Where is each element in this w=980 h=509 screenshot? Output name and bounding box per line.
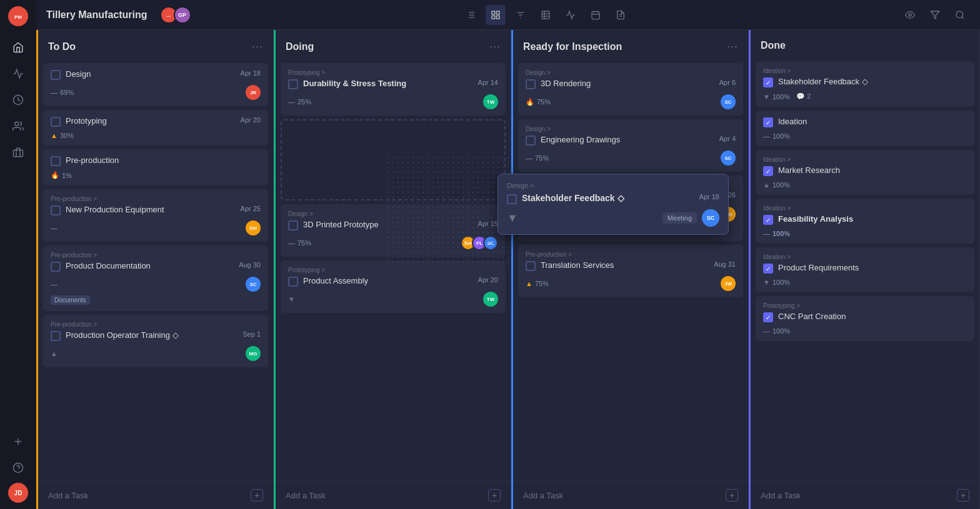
card-3dpp-checkbox[interactable]: [288, 220, 298, 230]
nav-plus-icon[interactable]: [7, 430, 29, 453]
dragged-card-checkbox[interactable]: [507, 194, 517, 204]
progress-up-icon: ▲: [51, 132, 58, 139]
card-prototyping-checkbox[interactable]: [51, 117, 61, 127]
wave-view-icon[interactable]: [561, 5, 581, 25]
column-doing-menu[interactable]: ···: [489, 40, 501, 53]
card-pa-title: Product Assembly: [303, 276, 473, 287]
nav-users-icon[interactable]: [7, 115, 29, 137]
card-cnc-checkbox[interactable]: ✓: [763, 312, 773, 322]
card-pd-tag: Documents: [51, 295, 90, 305]
column-done: Done Ideation > ✓ Stakeholder Feedback ◇…: [749, 30, 980, 509]
card-3dr-progress: 🔥 75%: [526, 98, 551, 106]
card-dst-checkbox[interactable]: [288, 79, 298, 89]
progress-dash-icon: —: [51, 224, 58, 232]
nav-briefcase-icon[interactable]: [7, 141, 29, 164]
card-design-title: Design: [66, 69, 236, 80]
doing-add-task[interactable]: Add a Task +: [276, 481, 511, 509]
done-add-task[interactable]: Add a Task +: [751, 481, 979, 509]
doing-add-task-plus-icon[interactable]: +: [488, 489, 501, 502]
card-cnc-part-creation[interactable]: Prototyping > ✓ CNC Part Creation — 100%: [756, 296, 974, 341]
todo-add-task-plus-icon[interactable]: +: [251, 489, 263, 502]
doc-view-icon[interactable]: [611, 5, 631, 25]
column-ready-menu[interactable]: ···: [727, 40, 738, 53]
dragged-card[interactable]: Design > Stakeholder Feedback ◇ Apr 18 ▼…: [498, 174, 729, 235]
done-add-task-plus-icon[interactable]: +: [957, 489, 969, 502]
calendar-view-icon[interactable]: [586, 5, 606, 25]
card-feasibility-analysis[interactable]: Ideation > ✓ Feasibility Analysis — 100%: [756, 199, 974, 244]
done-cards-area: Ideation > ✓ Stakeholder Feedback ◇ ▼ 10…: [751, 59, 979, 481]
search-icon[interactable]: [950, 5, 970, 25]
card-translation-services[interactable]: Pre-production > Translation Services Au…: [518, 245, 743, 297]
nav-clock-icon[interactable]: [7, 89, 29, 111]
svg-rect-16: [496, 11, 499, 14]
dragged-card-avatar: SC: [702, 209, 719, 227]
card-design[interactable]: Design Apr 18 — 69% JR: [43, 63, 268, 106]
done-add-task-label: Add a Task: [761, 491, 801, 500]
card-product-requirements[interactable]: Ideation > ✓ Product Requirements ▼ 100%: [756, 247, 974, 292]
nav-activity-icon[interactable]: [7, 62, 29, 85]
card-pre-production-checkbox[interactable]: [51, 156, 61, 166]
eye-icon[interactable]: [900, 5, 920, 25]
card-design-checkbox[interactable]: [51, 70, 61, 80]
card-pa-parent: Prototyping >: [288, 267, 498, 274]
card-stakeholder-feedback[interactable]: Ideation > ✓ Stakeholder Feedback ◇ ▼ 10…: [756, 61, 974, 107]
svg-rect-18: [492, 16, 495, 19]
card-ed-checkbox[interactable]: [526, 136, 536, 146]
card-ideation-title: Ideation: [778, 117, 967, 127]
card-3dr-avatar: SC: [721, 94, 736, 109]
column-todo-menu[interactable]: ···: [252, 40, 263, 53]
card-fa-checkbox[interactable]: ✓: [763, 215, 773, 225]
filter-icon[interactable]: [925, 5, 945, 25]
user-avatar[interactable]: JD: [8, 483, 28, 503]
app-logo[interactable]: PM: [8, 6, 28, 26]
card-durability-stress-testing[interactable]: Prototyping > Durability & Stress Testin…: [281, 63, 506, 116]
filter-view-icon[interactable]: [511, 5, 531, 25]
board-view-icon[interactable]: [486, 5, 506, 25]
ready-add-task[interactable]: Add a Task +: [513, 481, 748, 509]
card-production-operator-training[interactable]: Pre-production > Production Operator Tra…: [43, 315, 268, 367]
card-pd-checkbox[interactable]: [51, 262, 61, 272]
card-prototyping[interactable]: Prototyping Apr 20 ▲ 30%: [43, 110, 268, 146]
card-3dr-checkbox[interactable]: [526, 79, 536, 89]
card-3d-printed-prototype[interactable]: Design > 3D Printed Prototype Apr 15 — 7…: [281, 204, 506, 257]
card-pa-checkbox[interactable]: [288, 277, 298, 287]
ready-add-task-plus-icon[interactable]: +: [726, 489, 738, 502]
card-pd-progress: —: [51, 280, 58, 288]
card-engineering-drawings[interactable]: Design > Engineering Drawings Apr 4 — 75…: [518, 119, 743, 172]
card-pre-production[interactable]: Pre-production 🔥 1%: [43, 149, 268, 185]
card-pot-checkbox[interactable]: [51, 331, 61, 341]
progress-icon: —: [51, 89, 58, 96]
card-new-production-equipment[interactable]: Pre-production > New Production Equipmen…: [43, 189, 268, 242]
card-ideation-checkbox[interactable]: ✓: [763, 117, 773, 127]
card-cnc-title: CNC Part Creation: [778, 312, 967, 322]
todo-add-task[interactable]: Add a Task +: [38, 481, 273, 509]
column-done-title: Done: [761, 40, 786, 51]
card-sf-checkbox[interactable]: ✓: [763, 77, 773, 87]
card-pr-checkbox[interactable]: ✓: [763, 264, 773, 274]
nav-home-icon[interactable]: [7, 36, 29, 59]
card-pd-date: Aug 30: [239, 261, 261, 269]
card-product-assembly[interactable]: Prototyping > Product Assembly Apr 20 ▼ …: [281, 260, 506, 313]
card-ts-checkbox[interactable]: [526, 261, 536, 271]
card-npe-checkbox[interactable]: [51, 205, 61, 215]
card-market-research[interactable]: Ideation > ✓ Market Research ▲ 100%: [756, 150, 974, 195]
svg-text:PM: PM: [14, 14, 22, 20]
card-ideation[interactable]: ✓ Ideation — 100%: [756, 111, 974, 146]
column-todo-title: To Do: [48, 41, 76, 52]
card-3d-rendering[interactable]: Design > 3D Rendering Apr 6 🔥 75% SC: [518, 63, 743, 116]
card-pot-parent: Pre-production >: [51, 321, 261, 328]
card-ed-parent: Design >: [526, 126, 736, 132]
card-product-documentation[interactable]: Pre-production > Product Documentation A…: [43, 245, 268, 311]
card-mr-checkbox[interactable]: ✓: [763, 166, 773, 176]
card-3dpp-parent: Design >: [288, 210, 498, 217]
project-title: Tillery Manufacturing: [46, 9, 148, 21]
list-view-icon[interactable]: [461, 5, 481, 25]
nav-help-icon[interactable]: [7, 457, 29, 479]
up-icon-2: ▲: [526, 280, 532, 287]
table-view-icon[interactable]: [536, 5, 556, 25]
card-npe-date: Apr 25: [241, 205, 261, 212]
member-avatar-2[interactable]: GP: [174, 6, 191, 24]
dash-icon: —: [51, 280, 58, 288]
dragged-card-down-icon: ▼: [507, 212, 518, 225]
card-npe-parent: Pre-production >: [51, 195, 261, 202]
